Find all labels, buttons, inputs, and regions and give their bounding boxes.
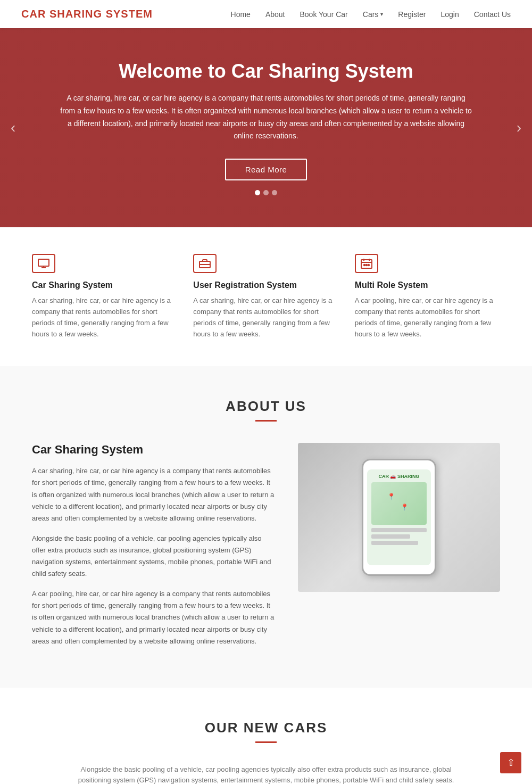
hero-description: A car sharing, hire car, or car hire age… — [59, 92, 473, 143]
hero-dots — [255, 190, 277, 195]
new-cars-divider — [255, 741, 277, 743]
about-image-placeholder: CAR 🚗 SHARING 📍 📍 — [298, 443, 500, 592]
calendar-icon — [355, 254, 378, 273]
svg-point-10 — [365, 265, 367, 266]
briefcase-icon — [193, 254, 217, 273]
about-content: Car Sharing System A car sharing, hire c… — [32, 443, 500, 655]
hero-next-button[interactable]: › — [511, 114, 527, 142]
feature-user-reg-desc: A car sharing, hire car, or car hire age… — [193, 295, 338, 340]
nav-book[interactable]: Book Your Car — [300, 10, 347, 19]
nav-contact[interactable]: Contact Us — [474, 10, 511, 19]
hero-title: Welcome to Car Sharing System — [119, 60, 413, 82]
new-cars-description: Alongside the basic pooling of a vehicle… — [64, 764, 468, 784]
navbar: CAR SHARING SYSTEM Home About Book Your … — [0, 0, 532, 28]
about-section: ABOUT US Car Sharing System A car sharin… — [0, 366, 532, 687]
nav-about[interactable]: About — [265, 10, 285, 19]
feature-multi-role-title: Multi Role System — [355, 280, 500, 290]
hero-read-more-button[interactable]: Read More — [225, 159, 307, 180]
nav-cars[interactable]: Cars ▾ — [363, 10, 384, 19]
nav-register[interactable]: Register — [398, 10, 426, 19]
svg-rect-0 — [38, 259, 49, 266]
new-cars-title: OUR NEW CARS — [32, 720, 500, 736]
phone-mockup: CAR 🚗 SHARING 📍 📍 — [362, 459, 436, 576]
nav-home[interactable]: Home — [231, 10, 251, 19]
about-para-2: Alongside the basic pooling of a vehicle… — [32, 533, 277, 580]
navbar-nav: Home About Book Your Car Cars ▾ Register… — [231, 10, 511, 19]
feature-car-sharing-desc: A car sharing, hire car, or car hire age… — [32, 295, 177, 340]
feature-user-reg-title: User Registration System — [193, 280, 338, 290]
phone-list — [371, 528, 427, 547]
back-to-top-button[interactable]: ⇧ — [500, 752, 521, 773]
features-section: Car Sharing System A car sharing, hire c… — [0, 227, 532, 366]
phone-screen: CAR 🚗 SHARING 📍 📍 — [367, 469, 431, 565]
about-section-title: ABOUT US — [32, 398, 500, 415]
cars-dropdown-arrow: ▾ — [380, 11, 383, 17]
list-item-1 — [371, 528, 427, 532]
hero-dot-1[interactable] — [255, 190, 260, 195]
phone-map: 📍 📍 — [371, 482, 427, 525]
nav-login[interactable]: Login — [440, 10, 459, 19]
feature-user-reg: User Registration System A car sharing, … — [193, 254, 338, 340]
about-image: CAR 🚗 SHARING 📍 📍 — [298, 443, 500, 592]
svg-point-9 — [363, 265, 364, 266]
hero-dot-2[interactable] — [263, 190, 269, 195]
list-item-3 — [371, 541, 418, 545]
about-para-1: A car sharing, hire car, or car hire age… — [32, 465, 277, 524]
about-heading: Car Sharing System — [32, 443, 277, 457]
navbar-brand[interactable]: CAR SHARING SYSTEM — [21, 8, 153, 20]
feature-car-sharing: Car Sharing System A car sharing, hire c… — [32, 254, 177, 340]
hero-dot-3[interactable] — [272, 190, 277, 195]
about-text: Car Sharing System A car sharing, hire c… — [32, 443, 277, 655]
about-para-3: A car pooling, hire car, or car hire age… — [32, 588, 277, 647]
hero-section: ‹ Welcome to Car Sharing System A car sh… — [0, 28, 532, 227]
monitor-icon — [32, 254, 55, 273]
hero-prev-button[interactable]: ‹ — [5, 114, 21, 142]
feature-multi-role-desc: A car pooling, hire car, or car hire age… — [355, 295, 500, 340]
map-pin-1: 📍 — [387, 493, 395, 500]
about-divider — [255, 420, 277, 422]
map-pin-2: 📍 — [401, 504, 409, 511]
svg-point-11 — [368, 265, 369, 266]
phone-screen-title: CAR 🚗 SHARING — [378, 474, 419, 479]
feature-car-sharing-title: Car Sharing System — [32, 280, 177, 290]
new-cars-section: OUR NEW CARS Alongside the basic pooling… — [0, 688, 532, 784]
list-item-2 — [371, 534, 410, 539]
feature-multi-role: Multi Role System A car pooling, hire ca… — [355, 254, 500, 340]
